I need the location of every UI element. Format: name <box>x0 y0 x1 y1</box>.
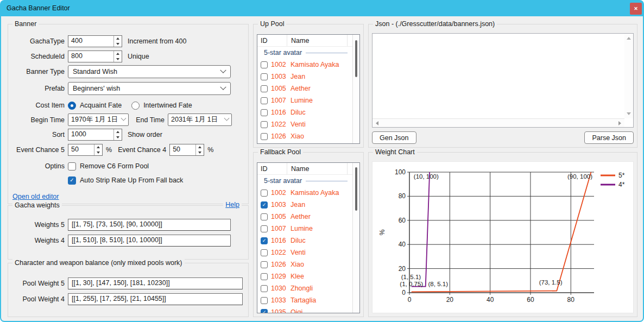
row-checkbox[interactable] <box>261 213 268 220</box>
svg-text:(1, 0.75): (1, 0.75) <box>400 281 423 287</box>
spin-up-button[interactable] <box>196 144 204 150</box>
pool-row: 1033Tartaglia <box>257 294 352 306</box>
spin-down-button[interactable] <box>94 150 102 155</box>
parse-json-button[interactable]: Parse Json <box>584 131 634 144</box>
help-link[interactable]: Help <box>223 201 242 209</box>
event-chance-5-spinner[interactable]: 50 <box>68 144 103 156</box>
row-checkbox[interactable]: ✓ <box>261 237 268 244</box>
weights-4-input[interactable]: [[1, 510], [8, 510], [10, 10000]] <box>68 235 231 247</box>
scrollbar-thumb[interactable] <box>355 167 357 211</box>
end-time-picker[interactable]: 2031年 1月 1日 <box>168 113 232 126</box>
event-chance-4-spinner[interactable]: 50 <box>169 144 204 156</box>
row-checkbox[interactable] <box>261 109 268 116</box>
row-name: Venti <box>291 121 306 128</box>
up-pool-title: Up Pool <box>258 20 286 28</box>
up-pool-scrollbar[interactable] <box>352 35 359 143</box>
chevron-down-icon <box>220 84 226 90</box>
row-checkbox[interactable] <box>261 297 268 304</box>
category-row: 5-star avatar <box>257 175 352 187</box>
schedule-id-value[interactable]: 800 <box>68 51 113 62</box>
spin-down-button[interactable] <box>114 135 122 140</box>
row-checkbox[interactable] <box>261 133 268 140</box>
category-row: 5-star avatar <box>257 47 352 59</box>
row-id: 1026 <box>271 261 287 268</box>
row-checkbox[interactable] <box>261 261 268 268</box>
row-checkbox[interactable] <box>261 97 268 104</box>
optins-label: Optins <box>14 162 65 170</box>
svg-text:80: 80 <box>399 192 406 200</box>
column-id[interactable]: ID <box>257 163 287 174</box>
svg-text:(73, 1.5): (73, 1.5) <box>539 279 563 286</box>
prefab-select[interactable]: Beginners' wish <box>68 82 231 95</box>
spin-up-button[interactable] <box>114 51 122 56</box>
gacha-type-spinner[interactable]: 400 <box>68 35 122 47</box>
begin-time-picker[interactable]: 1970年 1月 1日 <box>68 113 129 126</box>
weights-5-input[interactable]: [[1, 75], [73, 150], [90, 10000]] <box>68 219 231 231</box>
row-checkbox[interactable] <box>261 61 268 68</box>
fallback-pool-scrollbar[interactable] <box>352 163 359 313</box>
gen-json-button[interactable]: Gen Json <box>372 131 416 144</box>
event-chance-5-value[interactable]: 50 <box>68 144 94 155</box>
pool-weight-5-input[interactable]: [[1, 30], [147, 150], [181, 10230]] <box>68 277 243 289</box>
svg-text:(8, 5.1): (8, 5.1) <box>428 281 449 287</box>
row-checkbox[interactable] <box>261 190 268 197</box>
scroll-up-icon[interactable] <box>627 37 631 40</box>
row-checkbox[interactable]: ✓ <box>261 201 268 209</box>
row-name: Tartaglia <box>291 296 316 304</box>
sort-hint: Show order <box>128 131 162 138</box>
banner-type-select[interactable]: Standard Wish <box>68 65 231 78</box>
pool-row: 1022Venti <box>257 247 352 258</box>
acquaint-fate-radio[interactable] <box>68 102 76 110</box>
gacha-type-value[interactable]: 400 <box>68 36 113 47</box>
intertwined-fate-label: Intertwined Fate <box>143 102 192 109</box>
column-name[interactable]: Name <box>287 35 348 46</box>
schedule-id-spinner[interactable]: 800 <box>68 50 122 62</box>
svg-text:0: 0 <box>402 289 406 296</box>
column-name[interactable]: Name <box>287 163 348 174</box>
row-checkbox[interactable] <box>261 121 268 128</box>
gacha-weights-title: Gacha weights <box>12 201 62 209</box>
scroll-right-icon[interactable] <box>618 121 621 125</box>
row-checkbox[interactable] <box>261 273 268 280</box>
row-checkbox[interactable] <box>261 285 268 292</box>
open-old-editor-link[interactable]: Open old editor <box>12 193 59 200</box>
svg-text:60: 60 <box>527 296 534 304</box>
spin-up-button[interactable] <box>114 36 122 41</box>
intertwined-fate-radio[interactable] <box>131 102 140 110</box>
svg-text:60: 60 <box>399 217 406 224</box>
spin-down-button[interactable] <box>196 150 204 155</box>
banner-type-value: Standard Wish <box>73 68 221 75</box>
spin-up-button[interactable] <box>114 129 122 135</box>
row-checkbox[interactable]: ✓ <box>261 309 268 313</box>
pool-weight-4-input[interactable]: [[1, 255], [17, 255], [21, 10455]] <box>68 293 243 305</box>
spin-down-button[interactable] <box>114 56 122 62</box>
row-checkbox[interactable] <box>261 73 268 80</box>
row-name: Xiao <box>291 261 304 268</box>
svg-text:20: 20 <box>399 265 406 273</box>
row-name: Kamisato Ayaka <box>291 61 339 68</box>
auto-strip-checkbox[interactable]: ✓ <box>68 176 76 185</box>
scroll-left-icon[interactable] <box>376 121 378 125</box>
event-chance-4-value[interactable]: 50 <box>170 144 195 155</box>
row-checkbox[interactable] <box>261 249 268 256</box>
row-checkbox[interactable] <box>261 85 268 92</box>
weight-chart-svg: 020406080100020406080%(10, 100)(90, 100)… <box>372 162 634 314</box>
spin-up-button[interactable] <box>94 144 102 150</box>
balance-group: Character and weapon balance (only mixed… <box>8 263 249 317</box>
scrollbar-thumb[interactable] <box>355 40 357 77</box>
spin-down-button[interactable] <box>114 41 122 47</box>
scroll-down-icon[interactable] <box>627 112 631 115</box>
svg-text:80: 80 <box>567 296 575 304</box>
close-button[interactable]: ✕ <box>630 3 642 15</box>
event-chance-4-label: Event Chance 4 <box>116 146 166 154</box>
json-vertical-scrollbar[interactable] <box>624 34 633 118</box>
json-horizontal-scrollbar[interactable] <box>372 118 624 127</box>
cost-item-label: Cost Item <box>14 102 65 109</box>
remove-c6-checkbox[interactable] <box>68 162 76 171</box>
sort-spinner[interactable]: 1000 <box>68 129 122 141</box>
column-id[interactable]: ID <box>257 35 287 46</box>
sort-value[interactable]: 1000 <box>68 129 113 140</box>
row-checkbox[interactable] <box>261 225 268 232</box>
svg-text:20: 20 <box>446 296 454 304</box>
json-textarea[interactable] <box>372 33 634 128</box>
